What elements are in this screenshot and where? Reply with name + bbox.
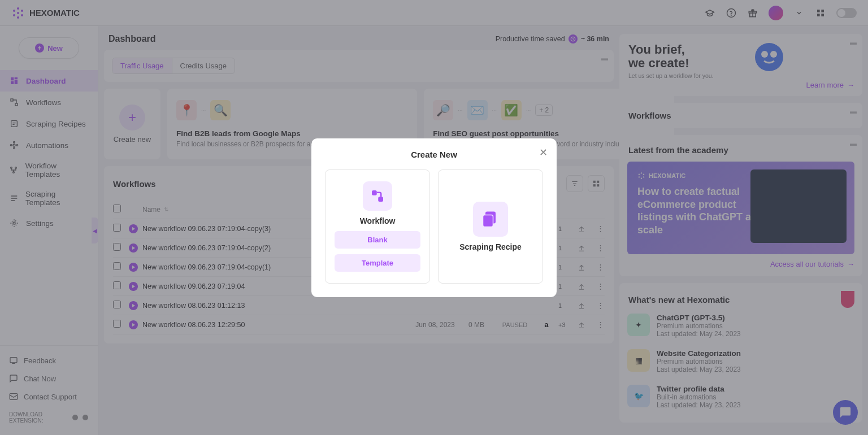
svg-rect-52 [483,215,493,227]
modal-overlay[interactable]: ✕ Create New Workflow Blank Template Scr… [0,0,868,435]
modal-opt-title: Workflow [360,216,396,225]
svg-rect-50 [378,197,383,202]
svg-rect-49 [372,190,377,195]
modal-title: Create New [325,150,543,159]
modal-option-workflow: Workflow Blank Template [325,169,430,284]
recipe-icon [473,202,508,237]
template-button[interactable]: Template [335,254,420,272]
modal-opt-title: Scraping Recipe [459,242,522,251]
close-icon[interactable]: ✕ [539,146,548,159]
create-new-modal: ✕ Create New Workflow Blank Template Scr… [311,138,557,297]
workflow-icon [363,181,392,211]
modal-option-recipe[interactable]: Scraping Recipe [438,169,543,284]
blank-button[interactable]: Blank [335,231,420,249]
